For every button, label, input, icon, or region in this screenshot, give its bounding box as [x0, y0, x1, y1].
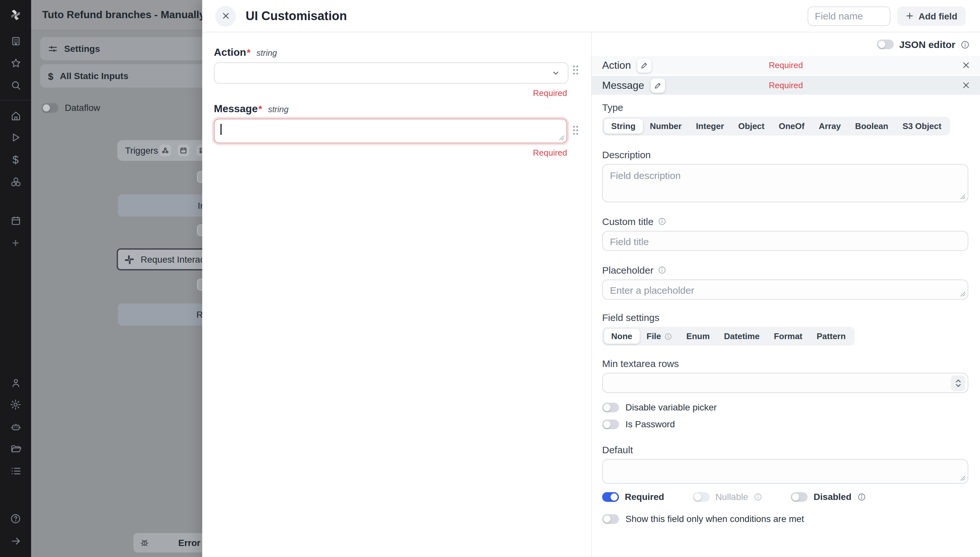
add-field-button[interactable]: Add field — [897, 6, 966, 26]
disable-variable-picker-row: Disable variable picker — [602, 402, 968, 412]
add-step-button[interactable] — [197, 171, 202, 183]
disable-variable-picker-toggle[interactable] — [602, 402, 619, 412]
placeholder-text: Enter a placeholder — [610, 285, 694, 296]
default-textarea[interactable] — [602, 459, 968, 484]
setting-option-format[interactable]: Format — [767, 329, 809, 344]
remove-field-button[interactable] — [962, 61, 970, 69]
menu-item-settings[interactable]: Settings — [40, 37, 202, 60]
json-editor-row: JSON editor — [592, 33, 980, 56]
type-option-oneof[interactable]: OneOf — [772, 119, 811, 134]
dollar-icon: $ — [13, 154, 19, 165]
type-label: Type — [602, 101, 968, 113]
edit-field-button[interactable] — [637, 58, 652, 72]
search-icon — [10, 80, 21, 90]
sidebar-item-files[interactable] — [0, 438, 31, 460]
sidebar-item-home[interactable] — [0, 104, 31, 127]
type-option-integer[interactable]: Integer — [689, 119, 731, 134]
resize-handle-icon[interactable] — [559, 135, 564, 141]
sidebar-item-runs[interactable] — [0, 127, 31, 148]
chevron-down-icon — [552, 69, 560, 77]
menu-item-static-inputs[interactable]: $ All Static Inputs — [40, 64, 202, 88]
error-handler-pill[interactable]: Error — [133, 533, 202, 552]
min-rows-input[interactable] — [602, 373, 968, 393]
app-logo[interactable] — [0, 0, 31, 30]
sidebar-item-logs[interactable] — [0, 460, 31, 482]
menu-item-label: All Static Inputs — [60, 71, 128, 81]
placeholder-input[interactable]: Enter a placeholder — [602, 280, 968, 300]
setting-option-pattern[interactable]: Pattern — [809, 329, 853, 344]
json-editor-toggle[interactable] — [877, 39, 894, 49]
sidebar-item-organization[interactable] — [0, 30, 31, 52]
resize-handle-icon[interactable] — [960, 194, 966, 200]
info-icon[interactable] — [658, 217, 666, 225]
trigger-connector-chip[interactable] — [197, 145, 202, 156]
node-input[interactable]: In — [118, 194, 202, 217]
trigger-schedule-chip[interactable] — [177, 145, 189, 156]
type-option-number[interactable]: Number — [643, 119, 689, 134]
info-icon[interactable] — [857, 492, 866, 501]
description-textarea[interactable]: Field description — [602, 164, 968, 202]
sidebar-item-calendar[interactable] — [0, 209, 31, 231]
drag-handle-icon[interactable] — [572, 65, 579, 75]
sidebar-item-billing[interactable]: $ — [0, 148, 31, 171]
add-step-button[interactable] — [197, 224, 202, 236]
type-option-object[interactable]: Object — [731, 119, 772, 134]
field-name-input[interactable] — [808, 6, 891, 26]
info-icon[interactable] — [754, 492, 762, 501]
sidebar-item-help[interactable] — [0, 508, 31, 530]
info-icon[interactable] — [658, 265, 666, 274]
placeholder-text: Field title — [610, 236, 649, 247]
setting-option-file[interactable]: File — [639, 329, 679, 344]
edit-field-button[interactable] — [651, 78, 665, 93]
action-select[interactable] — [214, 62, 569, 84]
resize-handle-icon[interactable] — [960, 475, 966, 481]
setting-option-none[interactable]: None — [604, 329, 639, 344]
disabled-toggle[interactable] — [791, 492, 808, 502]
type-option-boolean[interactable]: Boolean — [848, 119, 895, 134]
type-option-string[interactable]: String — [604, 119, 643, 134]
trigger-webhook-chip[interactable] — [159, 145, 171, 156]
setting-option-enum[interactable]: Enum — [679, 329, 717, 344]
dataflow-toggle[interactable] — [41, 103, 59, 112]
sidebar-item-search[interactable] — [0, 74, 31, 96]
field-row-message[interactable]: Message Required — [592, 76, 980, 94]
type-segmented-control: String Number Integer Object OneOf Array… — [602, 117, 951, 135]
custom-title-input[interactable]: Field title — [602, 231, 968, 251]
slack-icon — [124, 254, 134, 264]
close-icon — [221, 12, 230, 20]
required-toggle[interactable] — [602, 492, 619, 502]
list-icon — [10, 465, 21, 476]
message-textarea[interactable] — [214, 119, 567, 143]
sidebar-collapse[interactable] — [0, 530, 31, 552]
default-label: Default — [602, 443, 968, 455]
sidebar-item-add[interactable]: + — [0, 231, 31, 254]
node-label: In — [198, 200, 202, 211]
condition-toggle[interactable] — [602, 514, 619, 524]
nullable-toggle[interactable] — [692, 492, 709, 502]
close-modal-button[interactable] — [215, 5, 236, 26]
node-response[interactable]: Re — [118, 303, 202, 326]
field-type-label: string — [268, 104, 289, 114]
node-label: Re — [197, 309, 202, 320]
number-stepper[interactable] — [951, 375, 965, 391]
sidebar-item-integrations[interactable] — [0, 171, 31, 192]
sidebar-item-profile[interactable] — [0, 371, 31, 394]
close-icon — [962, 61, 970, 69]
sidebar-item-settings[interactable] — [0, 394, 31, 415]
is-password-toggle[interactable] — [602, 419, 619, 429]
file-option-label: File — [647, 331, 661, 341]
resize-handle-icon[interactable] — [960, 291, 966, 297]
drag-handle-icon[interactable] — [572, 125, 579, 135]
info-icon[interactable] — [960, 40, 970, 49]
sidebar-item-assistant[interactable] — [0, 415, 31, 438]
person-icon — [10, 377, 21, 388]
type-option-array[interactable]: Array — [811, 119, 848, 134]
remove-field-button[interactable] — [962, 81, 970, 90]
setting-option-datetime[interactable]: Datetime — [717, 329, 767, 344]
type-option-s3object[interactable]: S3 Object — [895, 119, 949, 134]
add-step-button[interactable] — [197, 279, 202, 290]
field-row-action[interactable]: Action Required — [592, 56, 980, 75]
plus-icon — [905, 12, 914, 20]
node-request-interactivity[interactable]: Request Interactiv — [117, 248, 202, 270]
sidebar-item-favorites[interactable] — [0, 52, 31, 74]
